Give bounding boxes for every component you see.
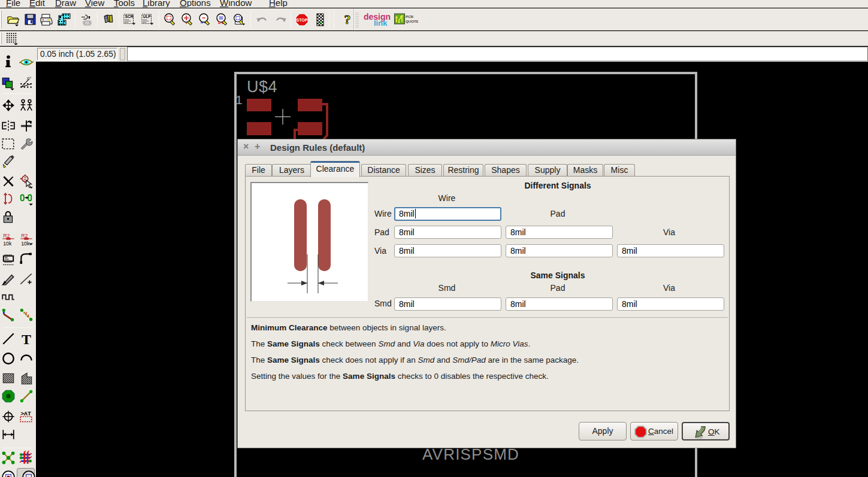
svg-text:?: ? — [344, 13, 351, 26]
svg-text:QUOTE: QUOTE — [406, 19, 418, 23]
svg-text:10k: 10k — [21, 241, 30, 247]
svg-text:T: T — [22, 332, 31, 346]
svg-text:ULP: ULP — [143, 14, 152, 19]
svg-text:PCB: PCB — [406, 14, 414, 19]
svg-text:STOP: STOP — [297, 18, 308, 22]
svg-text:SCR: SCR — [125, 14, 134, 19]
svg-text:0°: 0° — [27, 76, 31, 81]
svg-text:10k: 10k — [3, 241, 12, 247]
